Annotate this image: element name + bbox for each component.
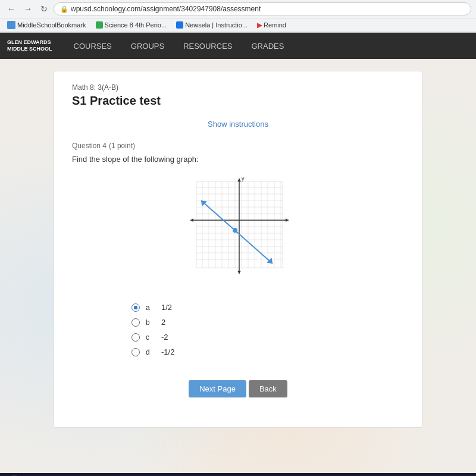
bookmark-label-3: Newsela | Instructio... (185, 21, 248, 29)
remind-icon: ▶ (257, 21, 262, 29)
show-instructions-link[interactable]: Show instructions (72, 120, 404, 129)
answer-choices: a 1/2 b 2 c -2 d -1/2 (72, 303, 404, 356)
question-points: (1 point) (109, 142, 135, 150)
graph-svg: y (184, 176, 292, 289)
choice-value-d: -1/2 (161, 347, 174, 356)
bookmark-newsela[interactable]: Newsela | Instructio... (174, 21, 250, 29)
choice-label-a: a (146, 303, 155, 312)
answer-choice-a[interactable]: a 1/2 (131, 303, 404, 312)
bottom-nav: Next Page Back (72, 374, 404, 409)
bookmark-label-2: Science 8 4th Perio... (105, 21, 167, 29)
bookmark-icon-1 (7, 21, 15, 29)
schoology-nav: GLEN EDWARDS MIDDLE SCHOOL COURSES GROUP… (0, 33, 476, 59)
school-name-line1: GLEN EDWARDS (7, 39, 52, 46)
content-inner: Math 8: 3(A-B) S1 Practice test Show ins… (54, 71, 422, 428)
radio-c[interactable] (131, 333, 140, 342)
next-page-button[interactable]: Next Page (189, 380, 246, 397)
svg-marker-31 (237, 271, 241, 274)
answer-choice-d[interactable]: d -1/2 (131, 347, 404, 356)
svg-point-36 (233, 228, 237, 233)
bookmark-remind[interactable]: ▶ Remind (255, 21, 289, 30)
bookmark-icon-3 (176, 21, 183, 29)
back-button[interactable]: ← (5, 3, 18, 15)
refresh-button[interactable]: ↻ (38, 3, 50, 15)
svg-marker-29 (190, 218, 193, 222)
svg-marker-30 (237, 178, 241, 181)
answer-choice-c[interactable]: c -2 (131, 333, 404, 342)
bookmark-label-1: MiddleSchoolBookmark (17, 21, 86, 29)
forward-button[interactable]: → (21, 3, 35, 15)
url-text: wpusd.schoology.com/assignment/340294790… (71, 5, 261, 13)
bookmark-icon-2 (96, 21, 103, 29)
svg-marker-28 (286, 218, 289, 222)
nav-courses[interactable]: COURSES (64, 33, 121, 59)
school-logo: GLEN EDWARDS MIDDLE SCHOOL (7, 39, 52, 52)
page-title: S1 Practice test (72, 94, 404, 108)
answer-choice-b[interactable]: b 2 (131, 318, 404, 327)
choice-label-b: b (146, 318, 155, 327)
lock-icon: 🔒 (60, 5, 68, 13)
bookmark-label-4: Remind (264, 21, 286, 29)
choice-label-d: d (146, 348, 155, 356)
radio-d[interactable] (131, 348, 140, 356)
nav-grades[interactable]: GRADES (242, 33, 294, 59)
choice-value-a: 1/2 (161, 303, 172, 312)
choice-label-c: c (146, 333, 155, 342)
course-title: Math 8: 3(A-B) (72, 83, 404, 92)
nav-resources[interactable]: RESOURCES (174, 33, 242, 59)
school-name-line2: MIDDLE SCHOOL (7, 46, 52, 52)
graph-container: y (72, 176, 404, 289)
bookmark-middleschool[interactable]: MiddleSchoolBookmark (5, 20, 89, 30)
content-area: Math 8: 3(A-B) S1 Practice test Show ins… (0, 59, 476, 473)
question-header: Question 4 (1 point) (72, 140, 404, 150)
radio-b[interactable] (131, 318, 140, 327)
choice-value-b: 2 (161, 318, 165, 327)
radio-a[interactable] (131, 303, 140, 312)
taskbar: ○ (0, 473, 476, 476)
address-bar: ← → ↻ 🔒 wpusd.schoology.com/assignment/3… (0, 0, 476, 18)
nav-groups[interactable]: GROUPS (121, 33, 174, 59)
bookmarks-bar: MiddleSchoolBookmark Science 8 4th Perio… (0, 18, 476, 32)
question-text: Find the slope of the following graph: (72, 155, 404, 164)
back-button-nav[interactable]: Back (249, 380, 287, 397)
svg-text:y: y (242, 176, 245, 181)
browser-chrome: ← → ↻ 🔒 wpusd.schoology.com/assignment/3… (0, 0, 476, 33)
bookmark-science[interactable]: Science 8 4th Perio... (93, 21, 170, 29)
choice-value-c: -2 (161, 333, 168, 342)
question-number: Question 4 (72, 142, 107, 150)
url-bar[interactable]: 🔒 wpusd.schoology.com/assignment/3402947… (54, 2, 471, 15)
